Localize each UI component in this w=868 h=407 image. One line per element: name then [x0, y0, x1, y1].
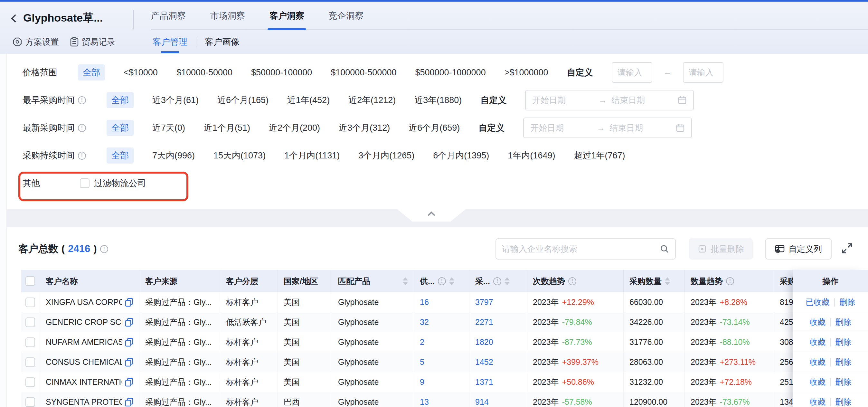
tab-product-insight[interactable]: 产品洞察: [151, 2, 186, 30]
price-max-input[interactable]: [683, 62, 723, 83]
latest-option-1[interactable]: 近7天(0): [152, 122, 185, 134]
duration-option-1[interactable]: 7天内(996): [152, 150, 195, 161]
row-checkbox[interactable]: [25, 357, 35, 367]
select-all-checkbox[interactable]: [25, 276, 35, 286]
delete-link[interactable]: 删除: [835, 317, 851, 327]
duration-option-5[interactable]: 6个月内(1395): [433, 150, 489, 161]
favorite-link[interactable]: 收藏: [810, 357, 826, 367]
customer-name[interactable]: NUFARM AMERICAS,: [46, 338, 122, 347]
duration-option-7[interactable]: 超过1年(767): [574, 150, 625, 161]
company-search-input[interactable]: [502, 244, 660, 254]
earliest-option-2[interactable]: 近6个月(165): [217, 94, 269, 106]
supplier-count-link[interactable]: 32: [420, 317, 429, 327]
latest-option-5[interactable]: 近6个月(659): [409, 122, 460, 134]
supplier-count-link[interactable]: 5: [420, 357, 424, 367]
copy-icon[interactable]: [125, 338, 133, 347]
copy-icon[interactable]: [125, 358, 133, 367]
row-checkbox[interactable]: [25, 377, 35, 387]
earliest-date-range-picker[interactable]: 开始日期 → 结束日期: [525, 90, 694, 111]
filter-logistics-checkbox[interactable]: 过滤物流公司: [80, 178, 146, 189]
total-count[interactable]: 2416: [68, 243, 90, 255]
earliest-option-all[interactable]: 全部: [106, 92, 134, 108]
checkbox[interactable]: [80, 178, 90, 188]
customer-name[interactable]: SYNGENTA PROTEC: [46, 397, 122, 407]
earliest-option-4[interactable]: 近2年(1212): [348, 94, 396, 106]
tab-customer-insight[interactable]: 客户洞察: [270, 2, 304, 30]
sort-icon[interactable]: [449, 277, 454, 285]
copy-icon[interactable]: [125, 318, 133, 327]
info-icon[interactable]: [568, 277, 576, 285]
trade-records-button[interactable]: 贸易记录: [70, 30, 115, 54]
info-icon[interactable]: [78, 96, 86, 104]
copy-icon[interactable]: [125, 298, 133, 307]
earliest-option-1[interactable]: 近3个月(61): [152, 94, 199, 106]
info-icon[interactable]: [438, 277, 446, 285]
supplier-count-link[interactable]: 16: [420, 298, 429, 307]
price-option-3[interactable]: $50000-100000: [251, 68, 312, 77]
price-option-1[interactable]: <$10000: [124, 68, 158, 77]
duration-option-2[interactable]: 15天内(1073): [213, 150, 266, 161]
batch-delete-button[interactable]: 批量删除: [689, 238, 753, 259]
purchase-count-link[interactable]: 2271: [475, 317, 493, 327]
subtab-customer-management[interactable]: 客户管理: [153, 30, 187, 54]
tab-competitor-insight[interactable]: 竞企洞察: [329, 2, 364, 30]
latest-option-2[interactable]: 近1个月(51): [204, 122, 250, 134]
copy-icon[interactable]: [125, 398, 133, 407]
purchase-count-link[interactable]: 1452: [475, 357, 493, 367]
favorite-link[interactable]: 已收藏: [806, 297, 830, 308]
favorite-link[interactable]: 收藏: [810, 337, 826, 347]
info-icon[interactable]: [78, 124, 86, 132]
favorite-link[interactable]: 收藏: [810, 397, 826, 407]
scheme-settings-button[interactable]: 方案设置: [12, 30, 59, 54]
favorite-link[interactable]: 收藏: [810, 317, 826, 327]
purchase-count-link[interactable]: 3797: [475, 298, 493, 307]
price-option-2[interactable]: $10000-50000: [177, 68, 232, 77]
delete-link[interactable]: 删除: [839, 297, 856, 308]
supplier-count-link[interactable]: 2: [420, 338, 424, 347]
price-option-all[interactable]: 全部: [78, 64, 105, 81]
delete-link[interactable]: 删除: [835, 397, 851, 407]
back-button[interactable]: Glyphosate草...: [12, 11, 103, 26]
price-option-4[interactable]: $100000-500000: [331, 68, 396, 77]
purchase-count-link[interactable]: 914: [475, 397, 489, 407]
latest-option-4[interactable]: 近3个月(312): [339, 122, 390, 134]
latest-option-3[interactable]: 近2个月(200): [269, 122, 320, 134]
earliest-option-3[interactable]: 近1年(452): [287, 94, 330, 106]
row-checkbox[interactable]: [25, 298, 35, 307]
custom-columns-button[interactable]: 自定义列: [765, 238, 832, 259]
tab-market-insight[interactable]: 市场洞察: [210, 2, 245, 30]
search-icon[interactable]: [660, 244, 669, 254]
duration-option-all[interactable]: 全部: [106, 148, 134, 163]
favorite-link[interactable]: 收藏: [810, 377, 826, 387]
duration-option-4[interactable]: 3个月内(1265): [358, 150, 414, 161]
duration-option-6[interactable]: 1年内(1649): [508, 150, 555, 161]
price-option-5[interactable]: $500000-1000000: [415, 68, 486, 77]
delete-link[interactable]: 删除: [835, 337, 851, 347]
copy-icon[interactable]: [125, 378, 133, 387]
info-icon[interactable]: [100, 245, 108, 253]
duration-option-3[interactable]: 1个月内(1131): [284, 150, 340, 161]
sort-icon[interactable]: [665, 277, 670, 285]
row-checkbox[interactable]: [25, 338, 35, 347]
customer-name[interactable]: XINGFA USA CORPO: [46, 298, 122, 307]
fullscreen-button[interactable]: [841, 242, 854, 255]
earliest-option-5[interactable]: 近3年(1880): [414, 94, 462, 106]
delete-link[interactable]: 删除: [835, 357, 851, 367]
row-checkbox[interactable]: [25, 317, 35, 327]
customer-name[interactable]: CONSUS CHEMICAL: [46, 357, 122, 367]
supplier-count-link[interactable]: 13: [420, 397, 429, 407]
customer-name[interactable]: CINMAX INTERNATIO: [46, 377, 122, 387]
supplier-count-link[interactable]: 9: [420, 377, 424, 387]
info-icon[interactable]: [493, 277, 501, 285]
info-icon[interactable]: [726, 277, 734, 285]
price-option-6[interactable]: >$1000000: [504, 68, 548, 77]
subtab-customer-profile[interactable]: 客户画像: [205, 30, 240, 54]
delete-link[interactable]: 删除: [835, 377, 851, 387]
price-min-input[interactable]: [612, 62, 652, 83]
purchase-count-link[interactable]: 1371: [475, 377, 493, 387]
sort-icon[interactable]: [403, 277, 408, 285]
sort-icon[interactable]: [504, 277, 510, 285]
latest-date-range-picker[interactable]: 开始日期 → 结束日期: [523, 118, 692, 138]
purchase-count-link[interactable]: 1820: [475, 338, 493, 347]
latest-option-all[interactable]: 全部: [106, 120, 134, 136]
